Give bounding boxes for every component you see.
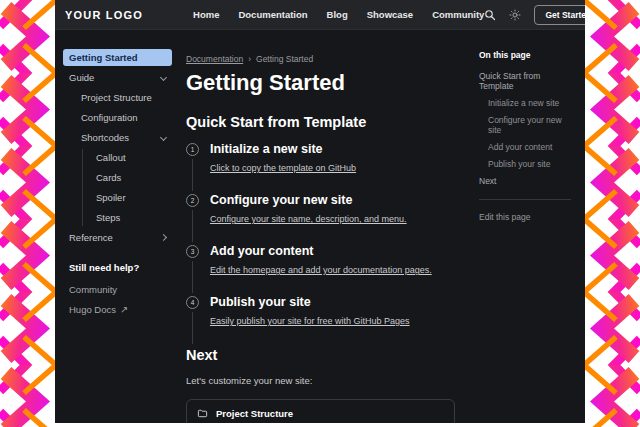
- nav-item-blog[interactable]: Blog: [327, 9, 348, 20]
- next-intro-text: Let's customize your new site:: [186, 375, 455, 386]
- nav-item-home[interactable]: Home: [193, 9, 219, 20]
- left-sidebar: Getting Started Guide Project Structure …: [55, 30, 178, 423]
- sidebar-item-hugo-docs[interactable]: Hugo Docs ↗: [63, 301, 172, 318]
- sidebar-item-label: Project Structure: [81, 92, 152, 103]
- section-heading-next: Next: [186, 347, 455, 363]
- sidebar-item-label: Community: [69, 284, 117, 295]
- nav-item-documentation[interactable]: Documentation: [238, 9, 307, 20]
- sidebar-item-spoiler[interactable]: Spoiler: [90, 189, 172, 206]
- toc-header: On this page: [479, 50, 577, 60]
- toc-item-initialize[interactable]: Initialize a new site: [488, 98, 577, 108]
- step-link[interactable]: Easily publish your site for free with G…: [210, 316, 410, 326]
- step-number-badge: 4: [186, 296, 199, 309]
- step-2: 2 Configure your new site Configure your…: [186, 193, 455, 226]
- toc-item-publish[interactable]: Publish your site: [488, 159, 577, 169]
- sidebar-item-steps[interactable]: Steps: [90, 209, 172, 226]
- sidebar-item-configuration[interactable]: Configuration: [75, 109, 172, 126]
- sidebar-item-cards[interactable]: Cards: [90, 169, 172, 186]
- toc-item-quick-start[interactable]: Quick Start from Template: [479, 71, 577, 91]
- step-title: Configure your new site: [210, 193, 455, 207]
- chevron-down-icon: [160, 134, 167, 141]
- sidebar-item-getting-started[interactable]: Getting Started: [63, 49, 172, 66]
- step-4: 4 Publish your site Easily publish your …: [186, 295, 455, 328]
- step-1: 1 Initialize a new site Click to copy th…: [186, 142, 455, 175]
- breadcrumb: Documentation › Getting Started: [186, 54, 455, 64]
- sidebar-item-label: Callout: [96, 152, 126, 163]
- toc-item-next[interactable]: Next: [479, 176, 577, 186]
- chevron-right-icon: [160, 234, 167, 241]
- sidebar-item-label: Guide: [69, 72, 94, 83]
- nav-item-showcase[interactable]: Showcase: [367, 9, 413, 20]
- step-link[interactable]: Configure your site name, description, a…: [210, 214, 407, 224]
- step-title: Publish your site: [210, 295, 455, 309]
- toc-divider: [479, 199, 571, 200]
- sidebar-subgroup-shortcodes: Callout Cards Spoiler Steps: [82, 149, 172, 226]
- section-heading-quick-start: Quick Start from Template: [186, 114, 455, 130]
- content-columns: Getting Started Guide Project Structure …: [55, 30, 585, 423]
- step-number-badge: 2: [186, 194, 199, 207]
- sidebar-item-label: Shortcodes: [81, 132, 129, 143]
- sidebar-item-label: Steps: [96, 212, 120, 223]
- sidebar-help-header: Still need help?: [69, 262, 166, 273]
- background-pattern: [580, 0, 640, 427]
- nav-item-community[interactable]: Community: [432, 9, 484, 20]
- search-icon[interactable]: [484, 9, 496, 21]
- sidebar-item-callout[interactable]: Callout: [90, 149, 172, 166]
- main-content: Documentation › Getting Started Getting …: [178, 30, 473, 423]
- sidebar-item-label: Configuration: [81, 112, 138, 123]
- sidebar-item-reference[interactable]: Reference: [63, 229, 172, 246]
- external-link-icon: ↗: [120, 304, 128, 315]
- edit-this-page-link[interactable]: Edit this page: [479, 212, 577, 222]
- chevron-down-icon: [160, 74, 167, 81]
- page-title: Getting Started: [186, 71, 455, 95]
- breadcrumb-separator: ›: [248, 54, 251, 64]
- on-this-page-panel: On this page Quick Start from Template I…: [473, 30, 585, 423]
- step-link[interactable]: Edit the homepage and add your documenta…: [210, 265, 432, 275]
- step-title: Add your content: [210, 244, 455, 258]
- step-number-badge: 3: [186, 245, 199, 258]
- site-logo[interactable]: YOUR LOGO: [65, 9, 143, 21]
- top-navbar: YOUR LOGO Home Documentation Blog Showca…: [55, 0, 585, 30]
- sidebar-item-community[interactable]: Community: [63, 281, 172, 298]
- sidebar-item-project-structure[interactable]: Project Structure: [75, 89, 172, 106]
- step-number-badge: 1: [186, 143, 199, 156]
- sidebar-item-label: Spoiler: [96, 192, 126, 203]
- sidebar-item-label: Hugo Docs: [69, 304, 116, 315]
- theme-toggle-icon[interactable]: [509, 9, 521, 21]
- breadcrumb-current: Getting Started: [256, 54, 313, 64]
- step-3: 3 Add your content Edit the homepage and…: [186, 244, 455, 277]
- navbar-actions: Get Started: [484, 5, 585, 25]
- breadcrumb-documentation[interactable]: Documentation: [186, 54, 243, 64]
- sidebar-item-shortcodes[interactable]: Shortcodes: [75, 129, 172, 146]
- folder-icon: [197, 408, 208, 419]
- sidebar-item-label: Reference: [69, 232, 113, 243]
- app-window: YOUR LOGO Home Documentation Blog Showca…: [55, 0, 585, 423]
- sidebar-item-label: Getting Started: [69, 52, 138, 63]
- step-title: Initialize a new site: [210, 142, 455, 156]
- sidebar-item-guide[interactable]: Guide: [63, 69, 172, 86]
- get-started-button[interactable]: Get Started: [534, 5, 585, 25]
- background-pattern: [0, 0, 60, 427]
- sidebar-item-label: Cards: [96, 172, 121, 183]
- toc-item-configure[interactable]: Configure your new site: [488, 115, 577, 135]
- step-link[interactable]: Click to copy the template on GitHub: [210, 163, 356, 173]
- nav-links: Home Documentation Blog Showcase Communi…: [193, 9, 484, 20]
- card-project-structure[interactable]: Project Structure: [186, 399, 455, 423]
- toc-item-add-content[interactable]: Add your content: [488, 142, 577, 152]
- card-label: Project Structure: [216, 408, 293, 419]
